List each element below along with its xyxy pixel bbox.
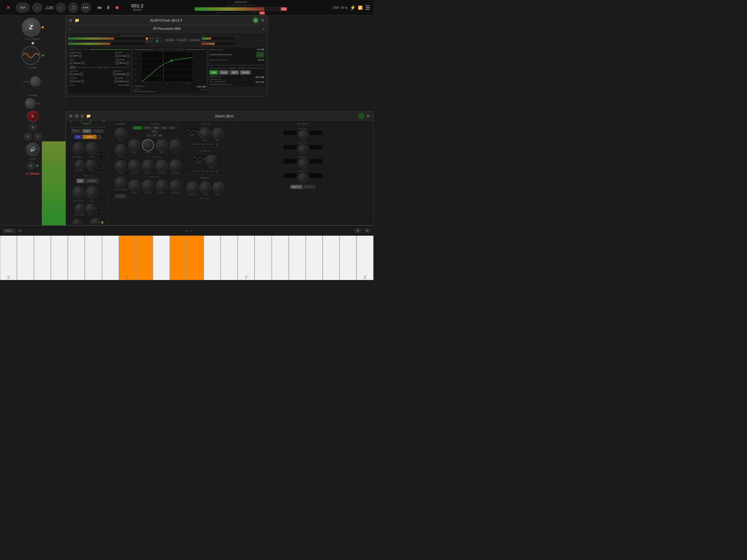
half-button[interactable]: HALF [169, 126, 176, 129]
au3fx-power[interactable]: ⏻ [253, 17, 259, 23]
hold-down[interactable]: ‹ [70, 61, 73, 65]
synth-chain-icon[interactable]: ⛓ [75, 114, 78, 118]
lfo2-trig-btn[interactable] [206, 170, 209, 173]
record-button[interactable]: ⏺ [114, 4, 120, 11]
attack-up[interactable]: › [126, 54, 130, 58]
threshold-up[interactable]: › [78, 54, 82, 58]
amp-knob[interactable] [90, 218, 100, 224]
osc1-plus[interactable] [98, 135, 101, 138]
fenv-decay-knob[interactable] [142, 160, 154, 172]
lfo1-env-knob[interactable] [212, 127, 224, 139]
plus-button[interactable]: + [29, 123, 36, 131]
lp24o-button[interactable]: LP24-O [143, 126, 152, 129]
attack2-up[interactable]: › [81, 80, 84, 83]
key-f4[interactable] [170, 236, 187, 280]
matrix-slot-4b[interactable]: -- [309, 173, 323, 178]
mod14-button[interactable]: MOD 1-4 [290, 185, 302, 189]
lfo2-shot-btn[interactable] [216, 170, 218, 173]
key-b5[interactable] [340, 236, 357, 280]
poly-button[interactable]: POLY [82, 129, 91, 133]
z-knob[interactable]: Z [22, 18, 41, 36]
key-d4[interactable] [136, 236, 153, 280]
matrix-knob-2[interactable] [298, 144, 308, 154]
key-g5[interactable] [306, 236, 323, 280]
invert-button[interactable]: INVERT [115, 194, 126, 198]
mixer-osc1-knob[interactable] [114, 127, 127, 139]
fenv-release-knob[interactable] [169, 160, 181, 172]
prev-button[interactable]: ‹ [32, 3, 42, 12]
matrix-slot-2a[interactable]: -- [283, 144, 297, 150]
folder-icon[interactable]: 📁 [75, 18, 79, 22]
pan-knob[interactable] [25, 98, 35, 108]
lfo1-rate-knob[interactable] [199, 127, 211, 139]
highcut-up[interactable]: › [126, 73, 130, 76]
osc2-beat-knob[interactable] [75, 204, 84, 213]
osc1-pw-knob[interactable] [85, 160, 96, 170]
unison-button[interactable]: UNISON [93, 129, 104, 133]
osc2-freq-knob[interactable] [73, 186, 84, 198]
mixer-icon[interactable]: ⊞ [69, 18, 73, 22]
lfo2-bpm-btn[interactable] [198, 170, 200, 173]
filter-tone-knob[interactable] [128, 139, 140, 151]
zeeon-close[interactable]: ✕ [366, 113, 370, 119]
spkr-knob[interactable]: 🔊 [26, 143, 40, 156]
lp-hp-knob[interactable] [30, 76, 41, 87]
release-up[interactable]: › [126, 61, 130, 65]
matrix-slot-2b[interactable]: -- [309, 144, 323, 150]
lfo1-shot-btn[interactable] [216, 143, 218, 146]
piano-config[interactable]: ⚙ [364, 229, 370, 233]
mixer-osc2-knob[interactable] [114, 160, 127, 172]
au3fx-close[interactable]: ✕ [261, 18, 264, 23]
matrix-slot-4a[interactable]: -- [283, 173, 297, 178]
drive-amount-knob[interactable] [186, 182, 198, 194]
hold-up[interactable]: › [81, 61, 85, 65]
release-down[interactable]: ‹ [115, 61, 119, 65]
lp-button[interactable]: LP [146, 134, 152, 137]
m-button[interactable]: M [24, 133, 32, 140]
osc1-freq-knob[interactable] [73, 142, 84, 154]
lfo2-rate-knob[interactable] [205, 154, 217, 167]
play-enable-knob[interactable] [31, 42, 34, 45]
key-f3[interactable] [51, 236, 68, 280]
key-f5[interactable] [289, 236, 306, 280]
metronome-button[interactable]: 🎵 [68, 3, 78, 12]
bp-button[interactable]: BP [158, 134, 163, 137]
aenv-attack-knob[interactable] [128, 180, 140, 192]
zeeon-power[interactable]: ⏻ [358, 113, 364, 119]
next-preset-button[interactable]: › [263, 26, 264, 31]
filter-res-knob[interactable] [156, 139, 168, 151]
lowcut-up[interactable]: › [80, 73, 83, 76]
a-button[interactable]: A [27, 111, 38, 122]
matrix-slot-3b[interactable]: -- [309, 159, 323, 164]
fenv-attack-knob[interactable] [128, 160, 140, 172]
pass-button[interactable]: PASS [240, 70, 251, 75]
hp-button[interactable]: HP [152, 134, 157, 137]
osc2-on-button[interactable]: ON [77, 179, 84, 183]
mix-knob[interactable] [72, 219, 82, 224]
matrix-slot-1b[interactable]: -- [309, 130, 323, 136]
drive-fold-knob[interactable] [199, 182, 211, 194]
synth-folder-icon[interactable]: 📁 [86, 114, 91, 118]
matrix-knob-4[interactable] [298, 173, 308, 183]
lim-button[interactable]: LIM [209, 70, 218, 75]
bias-button[interactable]: BIAS [161, 126, 168, 129]
matrix-knob-1[interactable] [298, 130, 308, 140]
key-a3[interactable] [85, 236, 102, 280]
mixer-noise-knob[interactable] [114, 177, 127, 189]
fenv-sustain-knob[interactable] [156, 160, 168, 172]
rewind-button[interactable]: ⏮ [96, 4, 103, 11]
close-button[interactable]: ✕ [3, 3, 13, 12]
sc-mon-button[interactable]: S-C MON [189, 39, 200, 42]
sc-fltr-button[interactable]: S-C FLTR [177, 39, 188, 42]
key-d3[interactable] [17, 236, 34, 280]
key-g4[interactable] [187, 236, 204, 280]
key-c5[interactable]: C572 [238, 236, 255, 280]
key-c3[interactable]: C348 [0, 236, 17, 280]
prev-preset-button[interactable]: ‹ [69, 26, 71, 31]
matrix-slot-3a[interactable]: -- [283, 159, 297, 164]
key-e4[interactable] [153, 236, 170, 280]
osc2-pw-knob[interactable] [85, 204, 96, 213]
release2-down[interactable]: ‹ [114, 80, 118, 83]
threshold-down[interactable]: ‹ [70, 54, 73, 58]
synth-eq-icon[interactable]: ⊟ [81, 114, 84, 118]
